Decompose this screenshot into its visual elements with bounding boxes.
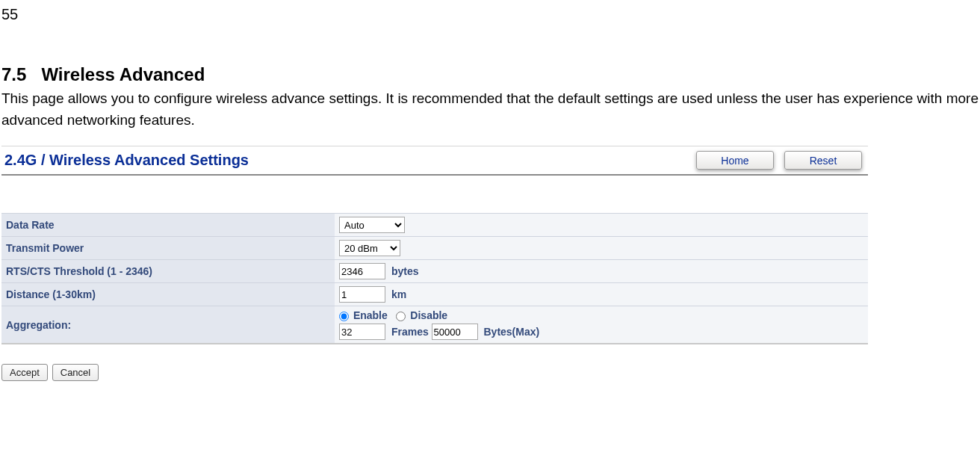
section-description: This page allows you to configure wirele… (0, 88, 980, 144)
unit-distance: km (391, 288, 406, 300)
panel-title-row: 2.4G / Wireless Advanced Settings Home R… (1, 146, 868, 176)
section-number: 7.5 (1, 64, 26, 84)
radio-aggregation-disable[interactable] (396, 312, 406, 321)
row-rts: RTS/CTS Threshold (1 - 2346) bytes (1, 260, 868, 283)
row-distance: Distance (1-30km) km (1, 283, 868, 306)
input-aggregation-bytes[interactable] (432, 324, 478, 340)
row-transmit-power: Transmit Power 20 dBm (1, 237, 868, 260)
settings-table: Data Rate Auto Transmit Power 20 dBm RTS… (1, 213, 868, 344)
accept-button[interactable]: Accept (1, 364, 48, 381)
settings-panel: 2.4G / Wireless Advanced Settings Home R… (1, 146, 868, 381)
label-aggregation: Aggregation: (1, 306, 335, 344)
reset-button[interactable]: Reset (784, 151, 862, 170)
label-frames: Frames (391, 326, 429, 338)
cancel-button[interactable]: Cancel (52, 364, 99, 381)
section-heading: 7.5 Wireless Advanced (0, 23, 980, 88)
panel-title: 2.4G / Wireless Advanced Settings (4, 152, 696, 169)
select-data-rate[interactable]: Auto (339, 217, 405, 233)
row-aggregation: Aggregation: Enable Disable Frames Bytes… (1, 306, 868, 344)
home-button[interactable]: Home (696, 151, 774, 170)
radio-label-disable: Disable (410, 309, 447, 321)
select-transmit-power[interactable]: 20 dBm (339, 240, 400, 256)
radio-aggregation-enable[interactable] (339, 312, 349, 321)
page-number: 55 (0, 0, 980, 23)
radio-label-enable: Enable (353, 309, 388, 321)
label-bytes-max: Bytes(Max) (483, 326, 539, 338)
input-aggregation-frames[interactable] (339, 324, 385, 340)
section-title: Wireless Advanced (41, 64, 205, 84)
input-distance[interactable] (339, 286, 385, 303)
unit-rts: bytes (391, 265, 419, 277)
label-transmit-power: Transmit Power (1, 237, 335, 260)
label-distance: Distance (1-30km) (1, 283, 335, 306)
label-rts: RTS/CTS Threshold (1 - 2346) (1, 260, 335, 283)
label-data-rate: Data Rate (1, 214, 335, 237)
row-data-rate: Data Rate Auto (1, 214, 868, 237)
input-rts[interactable] (339, 263, 385, 279)
